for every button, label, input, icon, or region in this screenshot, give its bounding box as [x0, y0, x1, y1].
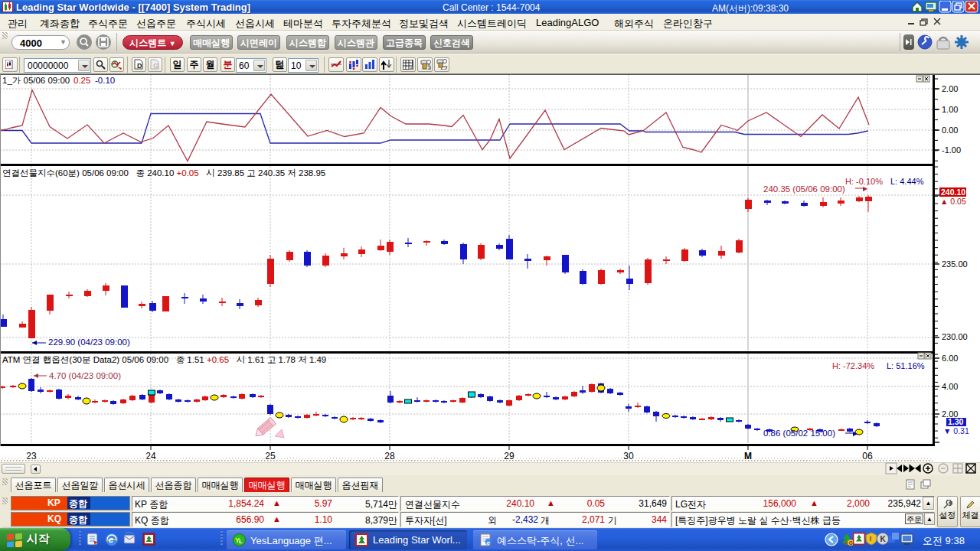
svg-text:G: G: [153, 62, 158, 70]
svg-text:29: 29: [504, 451, 514, 461]
svg-text:0.25: 0.25: [74, 76, 90, 85]
svg-text:1_가 05/06 09:00: 1_가 05/06 09:00: [2, 76, 70, 85]
svg-text:6.00: 6.00: [942, 354, 958, 363]
svg-text:1.30: 1.30: [948, 417, 964, 426]
svg-text:연결선물지수(60분) 05/06 09:00 종 24: 연결선물지수(60분) 05/06 09:00 종 240.10 +0.05 시…: [2, 168, 325, 178]
svg-text:D: D: [137, 62, 142, 70]
svg-text:230.00: 230.00: [942, 332, 968, 341]
svg-text:30: 30: [623, 451, 634, 461]
svg-text:H: -72.34%: H: -72.34%: [832, 361, 874, 370]
svg-text:L: 51.16%: L: 51.16%: [887, 361, 925, 370]
svg-text:G: G: [849, 540, 853, 546]
svg-text:4.00: 4.00: [942, 382, 958, 391]
svg-text:0.86 (05/02 15:00): 0.86 (05/02 15:00): [763, 429, 835, 438]
svg-text:240.10: 240.10: [941, 187, 965, 197]
svg-text:e: e: [487, 540, 491, 546]
svg-text:240.35 (05/06 09:00): 240.35 (05/06 09:00): [763, 184, 845, 194]
svg-text:0.00: 0.00: [942, 126, 958, 135]
svg-text:e: e: [109, 535, 113, 544]
svg-text:235.00: 235.00: [942, 259, 968, 269]
svg-text:▼ 0.31: ▼ 0.31: [943, 426, 969, 435]
svg-text:H: -0.10%: H: -0.10%: [845, 177, 883, 186]
svg-text:28: 28: [384, 451, 395, 461]
svg-text:M: M: [744, 451, 752, 461]
svg-text:2.00: 2.00: [942, 84, 958, 93]
svg-text:!: !: [870, 535, 872, 543]
svg-text:06: 06: [862, 451, 873, 461]
svg-text:K: K: [880, 535, 887, 543]
svg-text:-1.00: -1.00: [942, 145, 961, 155]
svg-text:L: 4.44%: L: 4.44%: [890, 177, 924, 186]
svg-text:-0.10: -0.10: [95, 76, 115, 85]
svg-text:1.00: 1.00: [942, 105, 958, 114]
svg-text:229.90 (04/23 09:00): 229.90 (04/23 09:00): [48, 337, 130, 347]
svg-text:▲ 0.05: ▲ 0.05: [940, 197, 966, 206]
svg-text:ATM 연결 횁옵션(30분 Data2) 05/06 09: ATM 연결 횁옵션(30분 Data2) 05/06 09:00 종 1.51…: [2, 355, 326, 364]
svg-text:4.70 (04/23 09:00): 4.70 (04/23 09:00): [49, 371, 121, 380]
svg-text:L: L: [239, 538, 243, 545]
